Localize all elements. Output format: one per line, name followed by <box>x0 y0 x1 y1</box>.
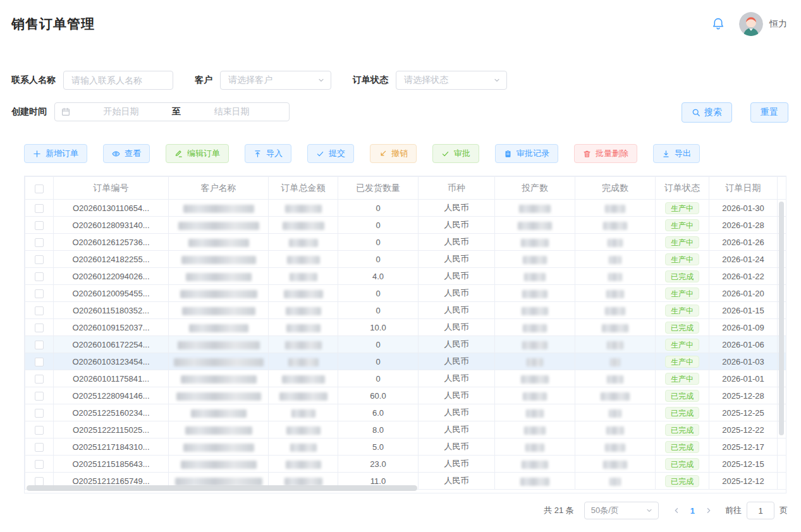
page-title: 销售订单管理 <box>11 15 95 33</box>
row-checkbox[interactable] <box>35 204 44 213</box>
horizontal-scrollbar-thumb[interactable] <box>27 485 417 491</box>
order-status-select[interactable]: 请选择状态 <box>396 71 507 90</box>
cell-completed <box>575 200 656 217</box>
row-checkbox[interactable] <box>35 375 44 384</box>
row-checkbox[interactable] <box>35 323 44 332</box>
toolbar-button-label: 撤销 <box>391 148 408 159</box>
row-checkbox[interactable] <box>35 272 44 281</box>
table-row[interactable]: O20260128093140...0人民币生产中2026-01-28 <box>25 217 786 234</box>
page-size-select[interactable]: 50条/页 <box>584 502 659 519</box>
redacted-amount <box>287 256 320 264</box>
redacted-production-count <box>522 341 547 349</box>
table-row[interactable]: O20251217184310...5.0人民币已完成2025-12-17 <box>25 438 786 456</box>
cell-date: 2026-01-26 <box>709 234 778 251</box>
cell-amount <box>269 421 338 438</box>
calendar-icon <box>61 107 70 116</box>
cell-shipped: 0 <box>338 302 419 319</box>
cell-currency: 人民币 <box>419 404 495 421</box>
table-row[interactable]: O20260124182255...0人民币生产中2026-01-24 <box>25 251 786 268</box>
prev-page-button[interactable] <box>673 507 680 514</box>
cell-production <box>495 370 575 387</box>
vertical-scrollbar-thumb[interactable] <box>779 202 784 435</box>
user-menu[interactable]: 恒力 <box>739 12 787 36</box>
toolbar-button-trash-8[interactable]: 批量删除 <box>574 144 637 163</box>
redacted-customer-name <box>183 444 254 452</box>
cell-production <box>495 421 575 438</box>
redacted-production-count <box>522 307 548 315</box>
table-row[interactable]: O20260103123454...0人民币生产中2026-01-03 <box>25 353 786 370</box>
goto-page-input[interactable] <box>747 502 774 519</box>
row-checkbox[interactable] <box>35 238 44 247</box>
row-checkbox[interactable] <box>35 443 44 452</box>
toolbar-button-eye-1[interactable]: 查看 <box>103 144 150 163</box>
redacted-amount <box>290 273 317 281</box>
row-checkbox[interactable] <box>35 255 44 264</box>
table-row[interactable]: O20260101175841...0人民币生产中2026-01-01 <box>25 370 786 387</box>
toolbar-button-label: 编辑订单 <box>187 148 220 159</box>
row-checkbox[interactable] <box>35 409 44 418</box>
toolbar-button-upload-3[interactable]: 导入 <box>245 144 291 163</box>
chevron-left-icon <box>673 507 680 514</box>
row-checkbox[interactable] <box>35 426 44 435</box>
notification-bell-icon[interactable] <box>711 17 725 31</box>
cell-shipped: 0 <box>338 353 419 370</box>
contact-name-input[interactable] <box>63 71 173 90</box>
cell-checkbox <box>25 336 54 353</box>
row-checkbox[interactable] <box>35 392 44 401</box>
orders-table-container: 订单编号客户名称订单总金额已发货数量币种投产数完成数订单状态订单日期 O2026… <box>24 176 786 493</box>
toolbar-button-check-4[interactable]: 提交 <box>307 144 354 163</box>
table-row[interactable]: O20260130110654...0人民币生产中2026-01-30 <box>25 200 786 217</box>
cell-order-no: O20260122094026... <box>54 268 169 285</box>
row-checkbox[interactable] <box>35 289 44 298</box>
header-cell-gutter <box>778 177 786 200</box>
cell-order-no: O20260106172254... <box>54 336 169 353</box>
table-row[interactable]: O20260109152037...10.0人民币已完成2026-01-09 <box>25 319 786 336</box>
redacted-completed-count <box>608 273 622 281</box>
sales-order-management-page: 销售订单管理 恒力 <box>0 0 801 532</box>
cell-checkbox <box>25 200 54 217</box>
table-row[interactable]: O20251222115025...8.0人民币已完成2025-12-22 <box>25 421 786 438</box>
cell-currency: 人民币 <box>419 336 495 353</box>
toolbar-button-undo-5[interactable]: 撤销 <box>370 144 417 163</box>
table-row[interactable]: O20251228094146...60.0人民币已完成2025-12-28 <box>25 387 786 404</box>
cell-shipped: 10.0 <box>338 319 419 336</box>
cell-production <box>495 251 575 268</box>
cell-date: 2025-12-15 <box>709 456 778 473</box>
table-row[interactable]: O20251215185643...23.0人民币已完成2025-12-15 <box>25 456 786 473</box>
toolbar-button-pencil-2[interactable]: 编辑订单 <box>166 144 229 163</box>
current-page[interactable]: 1 <box>690 506 695 516</box>
toolbar-button-label: 审批记录 <box>517 148 549 159</box>
table-row[interactable]: O20260120095455...0人民币生产中2026-01-20 <box>25 285 786 302</box>
row-checkbox[interactable] <box>35 306 44 315</box>
cell-amount <box>269 456 338 473</box>
date-range-picker[interactable]: 开始日期 至 结束日期 <box>54 102 290 121</box>
toolbar-button-clipboard-7[interactable]: 审批记录 <box>495 144 558 163</box>
toolbar-button-plus-0[interactable]: 新增订单 <box>24 144 87 163</box>
row-checkbox[interactable] <box>35 221 44 230</box>
reset-button[interactable]: 重置 <box>750 102 788 123</box>
cell-completed <box>575 473 656 490</box>
row-checkbox[interactable] <box>35 358 44 366</box>
table-row[interactable]: O20260126125736...0人民币生产中2026-01-26 <box>25 234 786 251</box>
redacted-amount <box>286 307 321 315</box>
cell-customer <box>169 456 269 473</box>
select-all-checkbox[interactable] <box>35 184 44 193</box>
pagination: 共 21 条 50条/页 1 前往 页 <box>544 502 788 519</box>
row-checkbox[interactable] <box>35 341 44 349</box>
table-row[interactable]: O20260122094026...4.0人民币已完成2026-01-22 <box>25 268 786 285</box>
next-page-button[interactable] <box>705 507 712 514</box>
toolbar-button-download-9[interactable]: 导出 <box>653 144 700 163</box>
toolbar-button-check-6[interactable]: 审批 <box>432 144 479 163</box>
row-checkbox[interactable] <box>35 460 44 469</box>
search-button[interactable]: 搜索 <box>682 102 732 123</box>
table-row[interactable]: O20260106172254...0人民币生产中2026-01-06 <box>25 336 786 353</box>
customer-select[interactable]: 请选择客户 <box>220 71 331 90</box>
cell-customer <box>169 302 269 319</box>
search-button-label: 搜索 <box>704 107 722 118</box>
cell-completed <box>575 353 656 370</box>
row-checkbox[interactable] <box>35 477 44 486</box>
cell-currency: 人民币 <box>419 319 495 336</box>
status-badge: 生产中 <box>665 236 699 248</box>
table-row[interactable]: O20251225160234...6.0人民币已完成2025-12-25 <box>25 404 786 421</box>
table-row[interactable]: O20260115180352...0人民币生产中2026-01-15 <box>25 302 786 319</box>
